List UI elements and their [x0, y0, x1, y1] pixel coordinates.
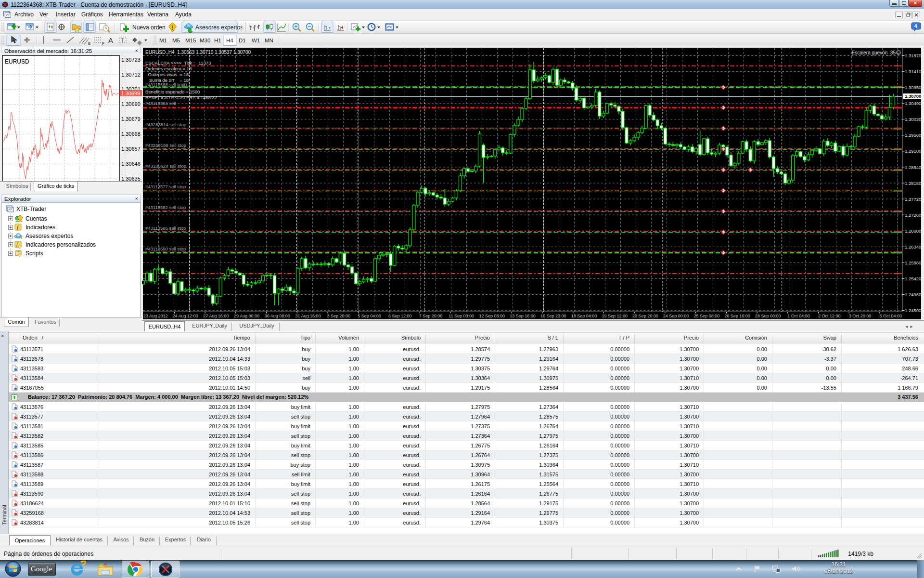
svg-text:H1: H1 [214, 38, 221, 43]
svg-text:30 Aug 08:00: 30 Aug 08:00 [265, 314, 290, 318]
svg-text:2 Oct 12:00: 2 Oct 12:00 [818, 314, 841, 318]
svg-text:1.24500: 1.24500 [905, 308, 921, 313]
svg-text:1.25880: 1.25880 [905, 260, 921, 265]
svg-text:Asesores expertos: Asesores expertos [26, 233, 73, 239]
svg-text:29 Aug 00:00: 29 Aug 00:00 [234, 314, 259, 318]
svg-text:12 Sep 08:00: 12 Sep 08:00 [479, 314, 505, 318]
svg-text:D1: D1 [239, 38, 246, 43]
svg-text:M5: M5 [172, 38, 180, 43]
svg-text:1.30690: 1.30690 [121, 101, 141, 107]
svg-text:1.30657: 1.30657 [121, 146, 141, 152]
svg-text:28 Sep 00:00: 28 Sep 00:00 [755, 314, 781, 318]
svg-text:1.30030: 1.30030 [905, 117, 921, 122]
svg-text:20 Sep 20:00: 20 Sep 20:00 [632, 314, 658, 318]
svg-text:7 Sep 20:00: 7 Sep 20:00 [419, 314, 443, 318]
svg-text:#43113588 sell limit): #43113588 sell limit) [145, 82, 187, 87]
svg-text:1.27260: 1.27260 [905, 212, 921, 218]
svg-text:31 Aug 16:00: 31 Aug 16:00 [295, 314, 321, 318]
svg-text:#43113590 sell stop: #43113590 sell stop [145, 246, 186, 251]
svg-text:F: F [102, 41, 104, 46]
svg-text:1.28640: 1.28640 [905, 165, 921, 170]
svg-text:EURUSD: EURUSD [5, 58, 29, 65]
svg-text:23 Aug 2012: 23 Aug 2012 [143, 314, 168, 318]
svg-text:16 Sep 23:00: 16 Sep 23:00 [540, 314, 566, 318]
svg-text:4: 4 [914, 24, 917, 29]
svg-text:M1: M1 [159, 38, 167, 43]
svg-text:25 Sep 08:00: 25 Sep 08:00 [694, 314, 720, 318]
svg-text:ESCALERA >>>> Tick : 11373: ESCALERA >>>> Tick : 11373 [145, 60, 211, 66]
svg-text:#43113584 sell: #43113584 sell [145, 101, 176, 106]
svg-text:6 Sep 12:00: 6 Sep 12:00 [388, 314, 412, 318]
svg-text:1.30679: 1.30679 [121, 116, 141, 122]
svg-text:#43113582 sell stop: #43113582 sell stop [145, 205, 186, 210]
svg-text:Cuentas: Cuentas [26, 215, 47, 222]
svg-text:Asesores expertos: Asesores expertos [195, 24, 243, 31]
svg-text:M15: M15 [185, 38, 196, 43]
svg-text:M30: M30 [200, 38, 210, 43]
svg-text:13 Sep 16:00: 13 Sep 16:00 [510, 314, 536, 318]
svg-text:1.27720: 1.27720 [905, 197, 921, 202]
svg-text:27 Aug 16:00: 27 Aug 16:00 [203, 314, 229, 318]
svg-text:1.30712: 1.30712 [121, 72, 141, 78]
svg-text:19 Sep 12:00: 19 Sep 12:00 [602, 314, 628, 318]
svg-text:5 Oct 04:00: 5 Oct 04:00 [879, 314, 902, 318]
svg-text:1.29100: 1.29100 [905, 148, 921, 154]
svg-text:1.30668: 1.30668 [121, 131, 141, 137]
svg-text:1.30646: 1.30646 [121, 161, 141, 167]
svg-text:5 Sep 04:00: 5 Sep 04:00 [358, 314, 381, 318]
svg-text:1.25420: 1.25420 [905, 276, 921, 281]
svg-text:1.30700: 1.30700 [905, 93, 921, 99]
svg-text:Ordenes escalera = 18: Ordenes escalera = 18 [145, 66, 192, 71]
svg-text:Indicadores: Indicadores [26, 224, 55, 231]
svg-text:1.26340: 1.26340 [905, 244, 921, 250]
svg-text:#43113586 sell stop: #43113586 sell stop [145, 225, 186, 231]
svg-text:!: ! [171, 25, 173, 31]
svg-text:Indicadores personalizados: Indicadores personalizados [26, 241, 96, 248]
svg-text:EURUSD.,H4 1.30563 1.30710 1.: EURUSD.,H4 1.30563 1.30710 1.30537 1.307… [145, 50, 251, 55]
svg-text:Beneficio esperado = 1500: Beneficio esperado = 1500 [145, 89, 200, 94]
svg-text:#43259168 sell stop: #43259168 sell stop [145, 143, 186, 148]
svg-text:1.30490: 1.30490 [905, 101, 921, 106]
svg-text:Escalera guevón_35: Escalera guevón_35 [852, 50, 896, 55]
svg-text:1.30950: 1.30950 [905, 85, 921, 90]
svg-text:A: A [108, 36, 113, 44]
svg-text:T: T [121, 38, 124, 43]
svg-text:1.26800: 1.26800 [905, 228, 921, 234]
svg-text:11 Sep 00:00: 11 Sep 00:00 [449, 314, 474, 318]
svg-text:BENEFICIO ESCALERA = 1466.37: BENEFICIO ESCALERA = 1466.37 [145, 95, 217, 100]
svg-text:Nueva orden: Nueva orden [132, 24, 166, 31]
svg-text:E: E [88, 41, 90, 46]
svg-text:1.28180: 1.28180 [905, 181, 921, 186]
svg-text:1 Oct 04:00: 1 Oct 04:00 [787, 314, 810, 318]
svg-text:Ordenes vivas = 18: Ordenes vivas = 18 [145, 72, 189, 77]
svg-text:#43283814 sell stop: #43283814 sell stop [145, 122, 186, 127]
svg-text:18 Sep 04:00: 18 Sep 04:00 [571, 314, 597, 318]
svg-text:Scripts: Scripts [26, 250, 43, 257]
svg-text:1.30723: 1.30723 [121, 57, 141, 63]
svg-text:1.31870: 1.31870 [905, 53, 921, 58]
svg-text:1.30699: 1.30699 [121, 91, 141, 96]
svg-text:H4: H4 [226, 38, 233, 43]
svg-text:MN: MN [265, 38, 273, 43]
svg-text:3 Sep 20:00: 3 Sep 20:00 [327, 314, 350, 318]
svg-text:1.31410: 1.31410 [905, 69, 921, 74]
svg-text:1.24960: 1.24960 [905, 292, 921, 297]
svg-text:24 Aug 12:00: 24 Aug 12:00 [173, 314, 198, 318]
svg-text:24 Sep 00:00: 24 Sep 00:00 [663, 314, 689, 318]
svg-text:26 Sep 16:00: 26 Sep 16:00 [724, 314, 750, 318]
svg-text:3 Oct 20:00: 3 Oct 20:00 [849, 314, 872, 318]
svg-text:#43113577 sell stop: #43113577 sell stop [145, 184, 186, 189]
svg-text:W1: W1 [252, 38, 260, 43]
svg-text:1.29560: 1.29560 [905, 132, 921, 138]
svg-text:#43186624 sell stop: #43186624 sell stop [145, 163, 186, 169]
